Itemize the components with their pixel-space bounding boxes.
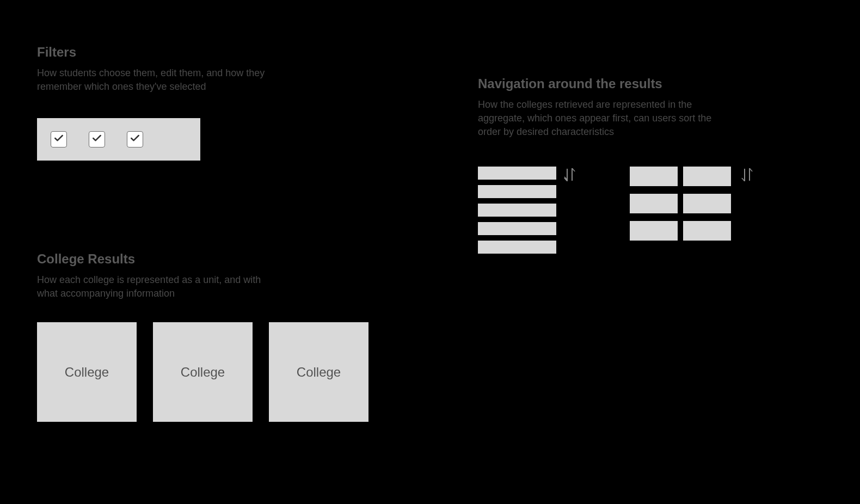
list-row [478,241,556,254]
grid-cell [683,167,731,186]
svg-marker-2 [741,169,745,181]
filters-title: Filters [37,45,266,60]
filters-checkbox-group [37,118,200,161]
college-cards-row: College College College [37,322,368,422]
grid-cell [630,167,678,186]
list-row [478,222,556,235]
navigation-title: Navigation around the results [478,76,755,91]
college-card: College [37,322,137,422]
filter-checkbox-1[interactable] [51,131,67,147]
list-row [478,204,556,217]
svg-marker-1 [572,168,575,181]
college-results-description: How each college is represented as a uni… [37,273,266,300]
checkmark-icon [130,133,140,146]
college-card-label: College [65,365,109,380]
filter-checkbox-2[interactable] [89,131,105,147]
checkmark-icon [53,133,64,146]
navigation-section: Navigation around the results How the co… [478,76,755,254]
filters-section: Filters How students choose them, edit t… [37,45,266,161]
checkmark-icon [91,133,102,146]
sort-arrows-icon [739,167,755,183]
grid-cell [683,194,731,213]
filter-checkbox-3[interactable] [127,131,143,147]
grid-cell [683,221,731,241]
grid-cells [630,167,731,241]
college-card: College [153,322,253,422]
navigation-description: How the colleges retrieved are represent… [478,98,723,139]
list-row [478,185,556,198]
college-results-title: College Results [37,251,368,267]
list-rows [478,167,556,254]
college-card-label: College [181,365,225,380]
navigation-visual-group [478,167,755,254]
list-view-mock [478,167,578,254]
filters-description: How students choose them, edit them, and… [37,66,266,94]
list-row [478,167,556,180]
college-results-section: College Results How each college is repr… [37,251,368,422]
svg-marker-0 [564,169,568,181]
college-card-label: College [297,365,341,380]
svg-marker-3 [749,168,753,181]
grid-cell [630,221,678,241]
grid-cell [630,194,678,213]
college-card: College [269,322,368,422]
sort-arrows-icon [562,167,578,183]
grid-view-mock [630,167,755,254]
